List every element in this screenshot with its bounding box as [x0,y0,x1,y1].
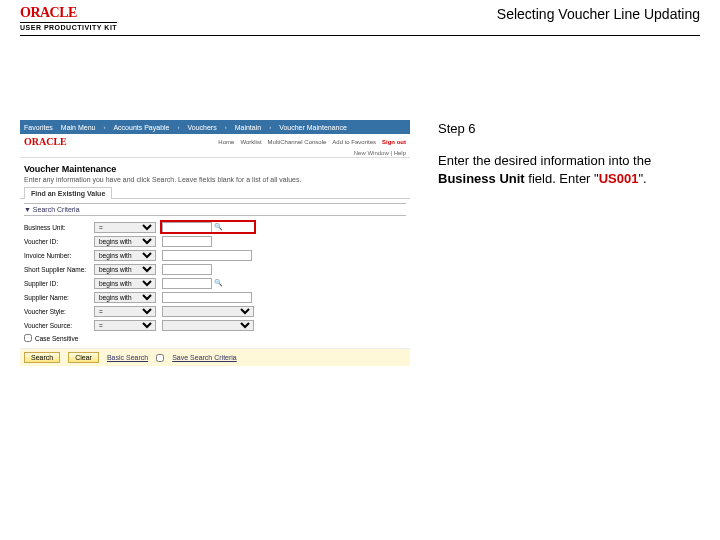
short-supplier-field[interactable] [162,264,212,275]
label-supplier-id: Supplier ID: [24,280,94,287]
label-supplier-name: Supplier Name: [24,294,94,301]
breadcrumb-item[interactable]: Voucher Maintenance [279,124,347,131]
link-worklist[interactable]: Worklist [240,139,261,145]
instruction-text: Enter the desired information into the B… [438,152,698,188]
link-home[interactable]: Home [218,139,234,145]
breadcrumb-item[interactable]: Favorites [24,124,53,131]
op-supplier-name[interactable]: begins with [94,292,156,303]
brand-logo-main: ORACLE [20,6,117,20]
step-number: Step 6 [438,120,698,138]
search-criteria-header[interactable]: ▼ Search Criteria [24,203,406,216]
op-business-unit[interactable]: = [94,222,156,233]
brand-logo-sub: USER PRODUCTIVITY KIT [20,22,117,31]
document-title: Selecting Voucher Line Updating [497,6,700,22]
op-voucher-source[interactable]: = [94,320,156,331]
page-description: Enter any information you have and click… [20,176,410,187]
op-supplier-id[interactable]: begins with [94,278,156,289]
label-short-supplier: Short Supplier Name: [24,266,94,273]
page-title: Voucher Maintenance [20,158,410,176]
breadcrumb-item[interactable]: Maintain [235,124,261,131]
save-criteria-checkbox[interactable] [156,354,164,362]
supplier-id-field[interactable] [162,278,212,289]
voucher-style-field[interactable] [162,306,254,317]
label-voucher-id: Voucher ID: [24,238,94,245]
link-signout[interactable]: Sign out [382,139,406,145]
app-logo: ORACLE [24,136,67,147]
label-invoice-number: Invoice Number: [24,252,94,259]
op-voucher-style[interactable]: = [94,306,156,317]
op-voucher-id[interactable]: begins with [94,236,156,247]
link-mcc[interactable]: MultiChannel Console [268,139,327,145]
lookup-icon[interactable]: 🔍 [214,279,222,287]
search-button[interactable]: Search [24,352,60,363]
tab-find-existing[interactable]: Find an Existing Value [24,187,112,199]
save-criteria-link[interactable]: Save Search Criteria [172,354,237,361]
label-voucher-source: Voucher Source: [24,322,94,329]
op-invoice-number[interactable]: begins with [94,250,156,261]
voucher-source-field[interactable] [162,320,254,331]
case-sensitive-label: Case Sensitive [35,335,78,342]
header-divider [20,35,700,36]
supplier-name-field[interactable] [162,292,252,303]
app-screenshot: Favorites Main Menu› Accounts Payable› V… [20,120,410,366]
link-favorites[interactable]: Add to Favorites [332,139,376,145]
brand-logo: ORACLE USER PRODUCTIVITY KIT [20,6,117,31]
window-links[interactable]: New Window | Help [20,149,410,158]
label-voucher-style: Voucher Style: [24,308,94,315]
breadcrumb-item[interactable]: Accounts Payable [113,124,169,131]
basic-search-link[interactable]: Basic Search [107,354,148,361]
op-short-supplier[interactable]: begins with [94,264,156,275]
breadcrumb-item[interactable]: Main Menu [61,124,96,131]
case-sensitive-checkbox[interactable] [24,334,32,342]
breadcrumb-item[interactable]: Vouchers [187,124,216,131]
clear-button[interactable]: Clear [68,352,99,363]
invoice-number-field[interactable] [162,250,252,261]
business-unit-field[interactable] [162,222,212,233]
instruction-panel: Step 6 Enter the desired information int… [438,120,698,366]
label-business-unit: Business Unit: [24,224,94,231]
breadcrumb: Favorites Main Menu› Accounts Payable› V… [20,120,410,134]
search-form: Business Unit: = 🔍 Voucher ID: begins wi… [24,216,406,344]
voucher-id-field[interactable] [162,236,212,247]
